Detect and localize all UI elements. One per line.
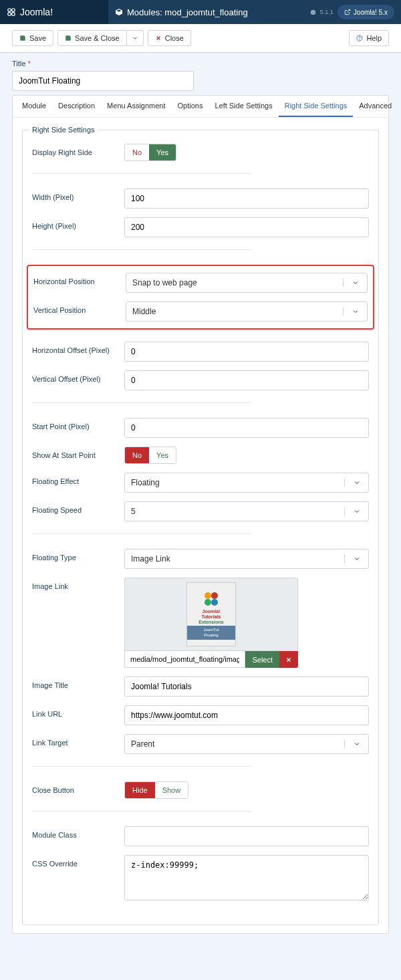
floating-speed-label: Floating Speed — [32, 501, 124, 514]
horizontal-offset-label: Horizontal Offset (Pixel) — [32, 342, 124, 354]
title-label: Title * — [12, 59, 389, 68]
logo-text: Joomla! — [20, 7, 53, 17]
view-site-button[interactable]: Joomla! 5.x — [338, 5, 394, 19]
tab-left-side-settings[interactable]: Left Side Settings — [209, 96, 278, 117]
show-at-start-toggle[interactable]: No Yes — [124, 447, 176, 464]
save-close-button[interactable]: Save & Close — [57, 30, 127, 46]
link-url-label: Link URL — [32, 705, 124, 718]
image-path-input[interactable] — [124, 651, 245, 668]
external-link-icon — [344, 9, 351, 15]
save-button[interactable]: Save — [12, 30, 53, 46]
close-button-label: Close Button — [32, 781, 124, 794]
height-input[interactable] — [124, 217, 369, 237]
divider — [32, 811, 251, 812]
image-title-input[interactable] — [124, 677, 369, 697]
tabs: Module Description Menu Assignment Optio… — [13, 96, 388, 118]
module-class-label: Module Class — [32, 826, 124, 839]
close-icon — [285, 656, 292, 663]
cube-icon — [115, 8, 123, 16]
save-dropdown-button[interactable] — [127, 30, 144, 46]
floating-type-select[interactable]: Image Link — [124, 549, 369, 569]
divider — [32, 402, 251, 403]
vertical-position-label: Vertical Position — [33, 301, 126, 314]
help-button[interactable]: Help — [349, 30, 389, 46]
toggle-show[interactable]: Show — [155, 782, 188, 798]
link-target-label: Link Target — [32, 734, 124, 747]
image-link-label: Image Link — [32, 578, 124, 590]
page-title: Modules: mod_joomtut_floating — [108, 7, 310, 17]
svg-point-0 — [8, 9, 11, 12]
toggle-no[interactable]: No — [125, 447, 149, 463]
save-icon — [19, 35, 26, 41]
horizontal-position-select[interactable]: Snap to web page — [126, 273, 368, 293]
tab-menu-assignment[interactable]: Menu Assignment — [101, 96, 171, 117]
svg-point-12 — [211, 599, 218, 606]
fieldset-legend: Right Side Settings — [29, 126, 98, 134]
svg-point-10 — [211, 592, 218, 599]
floating-type-label: Floating Type — [32, 549, 124, 562]
horizontal-offset-input[interactable] — [124, 342, 369, 362]
version-text: 5.1.1 — [320, 9, 333, 15]
start-point-label: Start Point (Pixel) — [32, 418, 124, 431]
divider — [32, 249, 251, 250]
tab-options[interactable]: Options — [172, 96, 209, 117]
close-button[interactable]: Close — [148, 30, 191, 46]
image-select-button[interactable]: Select — [245, 651, 279, 668]
vertical-offset-label: Vertical Offset (Pixel) — [32, 370, 124, 383]
css-override-textarea[interactable] — [124, 855, 369, 900]
svg-point-3 — [12, 13, 15, 16]
image-preview: Joomla!TutorialsExtensions JoomTutFloati… — [124, 578, 298, 651]
svg-point-9 — [205, 592, 211, 599]
module-class-input[interactable] — [124, 826, 369, 846]
tab-permissions[interactable]: Permissions — [398, 96, 401, 117]
floating-speed-select[interactable]: 5 — [124, 501, 369, 521]
width-label: Width (Pixel) — [32, 189, 124, 201]
start-point-input[interactable] — [124, 418, 369, 438]
height-label: Height (Pixel) — [32, 217, 124, 230]
svg-point-11 — [205, 599, 211, 606]
joomla-version-icon — [310, 9, 316, 15]
close-icon — [155, 35, 162, 41]
joomla-icon — [201, 589, 221, 609]
chevron-down-icon — [352, 308, 360, 316]
chevron-down-icon — [353, 740, 361, 748]
css-override-label: CSS Override — [32, 855, 124, 868]
svg-point-1 — [12, 9, 15, 12]
title-input[interactable] — [12, 71, 194, 91]
image-clear-button[interactable] — [279, 651, 298, 668]
divider — [32, 533, 251, 534]
link-target-select[interactable]: Parent — [124, 734, 369, 754]
chevron-down-icon — [353, 555, 361, 563]
toggle-yes[interactable]: Yes — [149, 144, 176, 160]
tab-advanced[interactable]: Advanced — [353, 96, 398, 117]
divider — [32, 766, 251, 767]
save-icon — [65, 35, 72, 41]
toggle-hide[interactable]: Hide — [125, 782, 155, 798]
toggle-yes[interactable]: Yes — [149, 447, 176, 463]
vertical-position-select[interactable]: Middle — [126, 301, 368, 322]
horizontal-position-label: Horizontal Position — [33, 273, 126, 285]
tab-right-side-settings[interactable]: Right Side Settings — [279, 96, 354, 117]
joomla-logo-icon — [7, 7, 16, 17]
floating-effect-select[interactable]: Floating — [124, 473, 369, 493]
display-right-side-label: Display Right Side — [32, 144, 124, 156]
highlighted-region: Horizontal Position Snap to web page Ver… — [27, 265, 374, 330]
logo-area[interactable]: Joomla! — [0, 0, 108, 24]
close-button-toggle[interactable]: Hide Show — [124, 781, 188, 799]
image-title-label: Image Title — [32, 677, 124, 689]
width-input[interactable] — [124, 189, 369, 209]
tab-description[interactable]: Description — [52, 96, 101, 117]
tab-module[interactable]: Module — [16, 96, 52, 117]
floating-effect-label: Floating Effect — [32, 473, 124, 485]
chevron-down-icon — [132, 35, 138, 41]
svg-point-4 — [311, 9, 316, 15]
display-right-side-toggle[interactable]: No Yes — [124, 144, 176, 161]
chevron-down-icon — [353, 479, 361, 487]
help-icon — [356, 35, 363, 41]
chevron-down-icon — [353, 507, 361, 515]
link-url-input[interactable] — [124, 705, 369, 725]
chevron-down-icon — [352, 279, 360, 287]
toggle-no[interactable]: No — [125, 144, 149, 160]
show-at-start-label: Show At Start Point — [32, 447, 124, 459]
vertical-offset-input[interactable] — [124, 370, 369, 390]
